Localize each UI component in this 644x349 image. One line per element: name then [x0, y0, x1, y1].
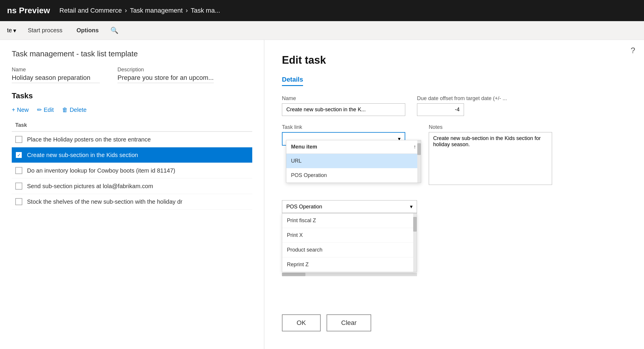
due-date-label: Due date offset from target date (+/- ..…	[417, 95, 507, 102]
table-row[interactable]: Place the Holiday posters on the store e…	[12, 132, 252, 147]
task-checkbox-4[interactable]	[15, 183, 22, 190]
pos-operation-value: POS Operation	[286, 204, 322, 210]
tasklink-notes-row: Task link ▾ Menu item ↑ URL	[282, 124, 626, 276]
notes-group: Notes Create new sub-section in the Kids…	[429, 124, 552, 185]
table-row[interactable]: Send sub-section pictures at lola@fabrik…	[12, 178, 252, 194]
pos-ops-scrollbar	[413, 213, 417, 272]
link-type-scroll-thumb	[417, 143, 421, 155]
task-link-group: Task link ▾ Menu item ↑ URL	[282, 124, 417, 276]
breadcrumb-task-mgmt[interactable]: Task management	[130, 7, 183, 14]
link-type-list: Menu item ↑ URL POS Operation	[286, 140, 421, 183]
name-group: Name Holiday season preparation	[12, 67, 100, 83]
task-label-2: Create new sub-section in the Kids secti…	[27, 152, 138, 159]
pos-operation-outer: POS Operation ▾ Print fiscal Z Print X P…	[282, 200, 417, 276]
breadcrumb-task-ma[interactable]: Task ma...	[191, 7, 220, 14]
details-tab[interactable]: Details	[282, 76, 303, 86]
name-value: Holiday season preparation	[12, 74, 100, 83]
task-checkbox-3[interactable]	[15, 167, 22, 174]
options-btn[interactable]: Options	[74, 26, 101, 35]
edit-task-btn[interactable]: ✏ Edit	[37, 106, 54, 113]
notes-textarea[interactable]: Create new sub-section in the Kids secti…	[429, 132, 552, 185]
breadcrumb-retail[interactable]: Retail and Commerce	[59, 7, 122, 14]
task-link-label: Task link	[282, 124, 417, 130]
dialog-footer: OK Clear	[282, 314, 371, 331]
new-task-label: New	[17, 107, 29, 113]
pos-operation-dropdown[interactable]: POS Operation ▾	[282, 200, 417, 213]
edit-icon: ✏	[37, 106, 42, 113]
list-item[interactable]: Print fiscal Z	[282, 213, 417, 228]
due-date-group: Due date offset from target date (+/- ..…	[417, 95, 507, 116]
new-task-icon: +	[12, 107, 15, 113]
app-title: ns Preview	[7, 6, 50, 15]
new-task-btn[interactable]: + New	[12, 107, 29, 113]
edit-task-title: Edit task	[282, 54, 626, 66]
task-label-1: Place the Holiday posters on the store e…	[27, 136, 151, 143]
list-item[interactable]: Print X	[282, 228, 417, 243]
pos-ops-hscrollbar	[282, 273, 417, 276]
delete-label: Delete	[70, 107, 87, 113]
task-checkbox-1[interactable]	[15, 136, 22, 143]
ok-button[interactable]: OK	[282, 314, 321, 331]
update-chevron-icon: ▾	[13, 27, 16, 34]
list-item[interactable]: Reprint Z	[282, 257, 417, 272]
page-title: Task management - task list template	[12, 49, 252, 58]
task-label-4: Send sub-section pictures at lola@fabrik…	[27, 183, 153, 190]
pos-ops-scroll-thumb	[413, 217, 417, 232]
task-checkbox-5[interactable]	[15, 198, 22, 205]
pos-op-chevron-icon: ▾	[410, 203, 413, 210]
breadcrumb-sep-2: ›	[186, 7, 188, 14]
clear-button[interactable]: Clear	[327, 314, 371, 331]
task-name-group: Name	[282, 95, 405, 116]
link-type-pos-op[interactable]: POS Operation	[286, 168, 421, 183]
tasks-toolbar: + New ✏ Edit 🗑 Delete	[12, 106, 252, 113]
link-type-scrollbar	[417, 140, 421, 183]
task-list-header: Task	[12, 119, 252, 132]
action-bar: te ▾ Start process Options 🔍	[0, 21, 644, 40]
edit-label: Edit	[44, 107, 54, 113]
link-type-dropdown: Menu item ↑ URL POS Operation	[286, 140, 421, 183]
help-icon[interactable]: ?	[630, 46, 635, 55]
update-dropdown-btn[interactable]: te ▾	[7, 27, 16, 34]
name-label: Name	[12, 67, 100, 73]
task-list: Task Place the Holiday posters on the st…	[12, 119, 252, 210]
list-item[interactable]: Product search	[282, 243, 417, 257]
search-icon-btn[interactable]: 🔍	[110, 27, 118, 34]
pos-ops-hscroll-thumb	[282, 273, 305, 276]
left-panel: Task management - task list template Nam…	[0, 40, 264, 349]
link-type-header: Menu item ↑	[286, 140, 421, 154]
name-desc-row: Name Holiday season preparation Descript…	[12, 67, 252, 83]
table-row[interactable]: ✓ Create new sub-section in the Kids sec…	[12, 147, 252, 163]
delete-task-btn[interactable]: 🗑 Delete	[62, 107, 87, 113]
top-nav: ns Preview Retail and Commerce › Task ma…	[0, 0, 644, 21]
edit-task-dialog: ? Edit task Details Name Due date offset…	[264, 40, 644, 349]
tasks-section: Tasks + New ✏ Edit 🗑 Delete Task	[12, 91, 252, 210]
task-checkbox-2[interactable]: ✓	[15, 151, 22, 159]
main-layout: Task management - task list template Nam…	[0, 40, 644, 349]
desc-value: Prepare you store for an upcom...	[117, 74, 214, 83]
delete-icon: 🗑	[62, 107, 68, 113]
desc-group: Description Prepare you store for an upc…	[117, 67, 214, 83]
menu-item-header-label: Menu item	[291, 144, 317, 150]
task-label-5: Stock the shelves of the new sub-section…	[27, 198, 182, 205]
checkmark-icon-2: ✓	[17, 152, 21, 158]
breadcrumb: Retail and Commerce › Task management › …	[59, 7, 220, 14]
pos-op-label: POS Operation	[291, 172, 327, 178]
pos-operations-list: Print fiscal Z Print X Product search Re…	[282, 213, 417, 272]
table-row[interactable]: Do an inventory lookup for Cowboy boots …	[12, 163, 252, 178]
notes-label: Notes	[429, 124, 552, 130]
table-row[interactable]: Stock the shelves of the new sub-section…	[12, 194, 252, 210]
breadcrumb-sep-1: ›	[125, 7, 127, 14]
start-process-btn[interactable]: Start process	[26, 26, 65, 35]
task-label-3: Do an inventory lookup for Cowboy boots …	[27, 167, 175, 174]
update-label: te	[7, 27, 12, 34]
url-label: URL	[291, 158, 302, 164]
search-icon: 🔍	[110, 27, 118, 34]
tasks-title: Tasks	[12, 91, 252, 100]
up-arrow-icon: ↑	[413, 144, 416, 150]
name-duedate-row: Name Due date offset from target date (+…	[282, 95, 626, 116]
link-type-url[interactable]: URL	[286, 154, 421, 168]
desc-label: Description	[117, 67, 214, 73]
due-date-input[interactable]	[417, 103, 464, 116]
task-name-input[interactable]	[282, 103, 405, 116]
task-col-label: Task	[15, 122, 27, 128]
